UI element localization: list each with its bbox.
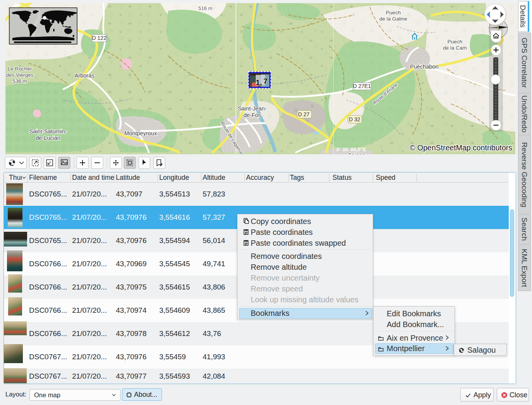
svg-text:des Vierges: des Vierges — [6, 72, 33, 78]
svg-text:de la Cam: de la Cam — [443, 45, 467, 51]
svg-text:de-Lucian: de-Lucian — [36, 135, 60, 141]
svg-text:Arboras: Arboras — [75, 72, 95, 79]
svg-text:Montpeyroux: Montpeyroux — [124, 130, 157, 136]
svg-text:Saint-Jean-: Saint-Jean- — [238, 105, 267, 112]
svg-text:1,: 1, — [256, 78, 262, 86]
svg-text:516 m: 516 m — [198, 5, 212, 11]
svg-text:© OpenStreetMap contributors: © OpenStreetMap contributors — [410, 143, 512, 152]
svg-text:D 122: D 122 — [92, 35, 107, 41]
svg-text:D 32: D 32 — [349, 116, 360, 122]
svg-text:Saint-Saturnin-: Saint-Saturnin- — [29, 128, 67, 134]
svg-text:Le Rocher: Le Rocher — [8, 66, 32, 72]
svg-text:Puech: Puech — [386, 10, 401, 16]
svg-text:de-Fos: de-Fos — [243, 112, 261, 118]
svg-text:Puéchabon: Puéchabon — [410, 64, 438, 70]
svg-text:536 m: 536 m — [12, 78, 27, 84]
svg-text:7: 7 — [263, 77, 268, 85]
svg-text:Puech: Puech — [448, 39, 462, 45]
svg-text:de la Galine: de la Galine — [379, 16, 407, 22]
svg-text:D 27E1: D 27E1 — [353, 83, 371, 89]
svg-text:3° 35' 00,0"E: 3° 35' 00,0"E — [336, 146, 366, 152]
svg-text:D 27: D 27 — [298, 111, 310, 117]
